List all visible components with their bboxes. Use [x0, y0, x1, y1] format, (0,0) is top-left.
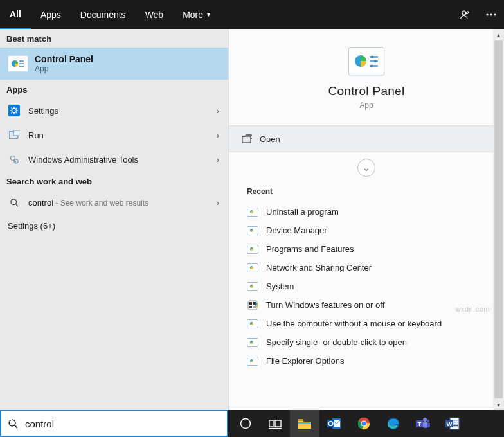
- svg-rect-36: [249, 306, 252, 308]
- svg-rect-42: [275, 420, 281, 427]
- tab-more-label: More: [183, 10, 203, 20]
- recent-label: System: [266, 281, 294, 291]
- search-box[interactable]: [0, 410, 228, 437]
- recent-item[interactable]: File Explorer Options: [247, 352, 486, 370]
- recent-item[interactable]: Specify single- or double-click to open: [247, 333, 486, 352]
- search-icon: [8, 198, 21, 208]
- admin-tools-icon: [8, 154, 21, 165]
- gear-icon: [8, 105, 21, 116]
- chevron-down-icon: ⌄: [363, 163, 370, 173]
- recent-item[interactable]: Network and Sharing Center: [247, 258, 486, 277]
- recent-label: Specify single- or double-click to open: [266, 337, 407, 347]
- preview-title: Control Panel: [229, 84, 504, 98]
- windows-features-icon: [247, 301, 258, 310]
- scroll-up-icon[interactable]: ▴: [493, 29, 504, 40]
- web-query: control: [28, 198, 53, 208]
- chrome-icon[interactable]: [349, 410, 379, 437]
- recent-item[interactable]: Turn Windows features on or off: [247, 296, 486, 314]
- recent-label: File Explorer Options: [266, 356, 344, 366]
- svg-point-20: [11, 156, 15, 161]
- tab-all[interactable]: All: [0, 0, 31, 29]
- search-input[interactable]: [25, 418, 221, 429]
- control-panel-mini-icon: [247, 226, 258, 235]
- section-best-match: Best match: [0, 29, 228, 48]
- outlook-icon[interactable]: [320, 410, 349, 437]
- svg-rect-41: [269, 420, 273, 427]
- recent-label: Device Manager: [266, 226, 327, 235]
- recent-label: Uninstall a program: [266, 207, 339, 217]
- svg-rect-44: [298, 419, 303, 421]
- svg-text:W: W: [447, 421, 453, 427]
- chevron-right-icon: ›: [217, 155, 219, 165]
- best-match-subtitle: App: [35, 64, 93, 73]
- svg-rect-45: [298, 422, 311, 424]
- teams-icon[interactable]: T: [408, 410, 438, 437]
- file-explorer-icon[interactable]: [290, 410, 320, 437]
- tab-more[interactable]: More ▾: [173, 0, 220, 29]
- chevron-down-icon: ▾: [207, 11, 210, 18]
- results-left-panel: Best match Control Panel App Apps Settin…: [0, 29, 228, 410]
- search-icon: [8, 418, 19, 429]
- svg-line-24: [15, 204, 18, 206]
- more-options-icon[interactable]: [478, 0, 504, 29]
- svg-rect-28: [370, 60, 378, 62]
- apps-item-run[interactable]: Run ›: [0, 123, 228, 147]
- web-search-item[interactable]: control - See work and web results ›: [0, 190, 228, 215]
- open-action[interactable]: Open: [229, 125, 504, 152]
- recent-item[interactable]: System: [247, 277, 486, 296]
- control-panel-icon: [8, 55, 28, 72]
- control-panel-mini-icon: [247, 319, 258, 328]
- apps-item-settings[interactable]: Settings ›: [0, 98, 228, 123]
- list-item-label: Run: [28, 130, 44, 140]
- svg-point-3: [494, 13, 496, 15]
- run-icon: [8, 130, 21, 139]
- svg-point-38: [9, 420, 15, 426]
- open-icon: [242, 134, 252, 143]
- control-panel-mini-icon: [247, 282, 258, 291]
- svg-point-57: [427, 420, 429, 422]
- recent-label: Network and Sharing Center: [266, 263, 372, 272]
- recent-label: Turn Windows features on or off: [266, 300, 384, 310]
- tab-apps[interactable]: Apps: [31, 0, 71, 29]
- recent-label: Programs and Features: [266, 244, 354, 254]
- svg-rect-37: [253, 306, 256, 308]
- cortana-icon[interactable]: [231, 410, 260, 437]
- svg-point-52: [362, 422, 366, 426]
- list-item-label: Settings: [28, 106, 59, 116]
- feedback-icon[interactable]: [453, 0, 478, 29]
- scroll-down-icon[interactable]: ▾: [493, 398, 504, 410]
- svg-point-27: [371, 56, 374, 58]
- svg-rect-32: [242, 136, 251, 143]
- vertical-scrollbar[interactable]: ▴ ▾: [493, 29, 504, 410]
- recent-item[interactable]: Device Manager: [247, 221, 486, 240]
- recent-item[interactable]: Uninstall a program: [247, 202, 486, 221]
- svg-point-56: [423, 418, 427, 422]
- recent-item[interactable]: Programs and Features: [247, 240, 486, 258]
- best-match-result[interactable]: Control Panel App: [0, 48, 228, 80]
- svg-point-0: [462, 11, 466, 15]
- word-icon[interactable]: W: [438, 410, 467, 437]
- svg-point-2: [490, 13, 492, 15]
- tab-web[interactable]: Web: [136, 0, 174, 29]
- control-panel-large-icon: [348, 47, 384, 75]
- watermark: wxdn.com: [455, 305, 490, 313]
- svg-rect-35: [253, 302, 256, 305]
- recent-item[interactable]: Use the computer without a mouse or keyb…: [247, 314, 486, 333]
- expand-button[interactable]: ⌄: [357, 159, 375, 177]
- edge-icon[interactable]: [379, 410, 408, 437]
- apps-item-admin-tools[interactable]: Windows Administrative Tools ›: [0, 147, 228, 172]
- chevron-right-icon: ›: [217, 198, 219, 208]
- recent-label: Use the computer without a mouse or keyb…: [266, 319, 442, 328]
- preview-subtitle: App: [229, 101, 504, 110]
- settings-more[interactable]: Settings (6+): [0, 215, 228, 237]
- tab-documents[interactable]: Documents: [71, 0, 136, 29]
- svg-rect-34: [249, 302, 252, 305]
- svg-line-39: [15, 425, 17, 427]
- scrollbar-thumb[interactable]: [494, 40, 503, 398]
- control-panel-mini-icon: [247, 357, 258, 366]
- svg-rect-6: [19, 63, 24, 64]
- svg-point-29: [374, 60, 377, 63]
- svg-rect-19: [14, 130, 19, 136]
- svg-point-1: [486, 13, 488, 15]
- task-view-icon[interactable]: [260, 410, 290, 437]
